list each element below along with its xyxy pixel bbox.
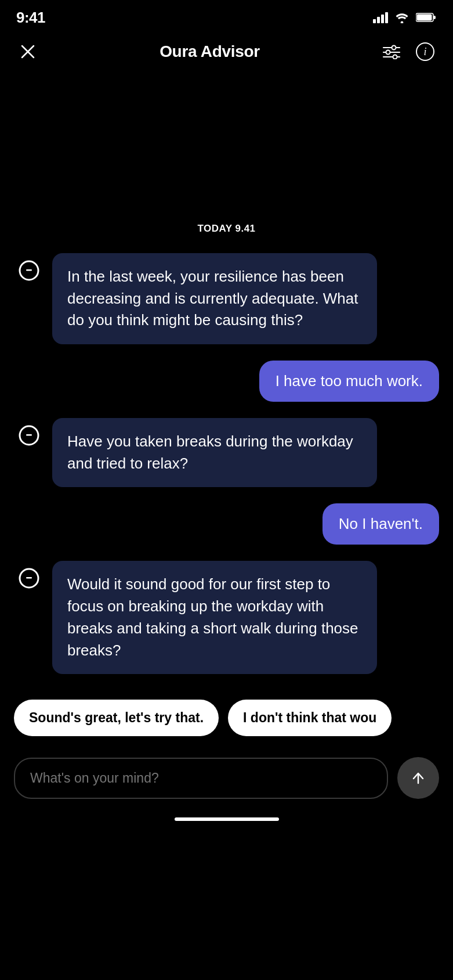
svg-rect-3	[433, 16, 436, 19]
avatar	[14, 563, 44, 593]
bot-message-bubble: Would it sound good for our first step t…	[52, 561, 377, 674]
message-row: I have too much work.	[14, 361, 439, 402]
message-row: No I haven't.	[14, 503, 439, 545]
svg-point-0	[401, 21, 404, 23]
message-row: Would it sound good for our first step t…	[14, 561, 439, 674]
info-button[interactable]: i	[414, 40, 437, 63]
avatar	[14, 255, 44, 286]
status-bar: 9:41	[0, 0, 453, 31]
input-area	[0, 748, 453, 810]
message-row: Have you taken breaks during the workday…	[14, 418, 439, 487]
svg-rect-2	[417, 15, 432, 21]
svg-rect-19	[26, 577, 32, 579]
user-message-bubble: No I haven't.	[322, 503, 439, 545]
wifi-icon	[394, 12, 410, 23]
svg-rect-17	[26, 434, 32, 436]
svg-point-10	[386, 51, 390, 55]
svg-text:i: i	[423, 46, 426, 57]
filter-button[interactable]	[380, 40, 403, 63]
svg-point-9	[392, 46, 396, 50]
svg-point-11	[393, 55, 397, 59]
date-label: TODAY 9.41	[14, 72, 439, 253]
page-title: Oura Advisor	[160, 42, 260, 61]
home-indicator	[0, 810, 453, 833]
suggestions-row: Sound's great, let's try that. I don't t…	[0, 690, 453, 748]
signal-icon	[373, 12, 388, 23]
chat-input[interactable]	[14, 758, 388, 799]
message-row: In the last week, your resilience has be…	[14, 253, 439, 344]
bot-message-bubble: Have you taken breaks during the workday…	[52, 418, 377, 487]
svg-rect-15	[26, 269, 32, 271]
send-button[interactable]	[397, 757, 439, 799]
avatar	[14, 420, 44, 451]
chat-container: TODAY 9.41 In the last week, your resili…	[0, 72, 453, 690]
home-indicator-bar	[175, 817, 279, 821]
bot-message-bubble: In the last week, your resilience has be…	[52, 253, 377, 344]
nav-actions: i	[380, 40, 437, 63]
battery-icon	[416, 12, 437, 23]
status-icons	[373, 12, 437, 23]
user-message-bubble: I have too much work.	[259, 361, 439, 402]
nav-bar: Oura Advisor i	[0, 31, 453, 72]
status-time: 9:41	[16, 9, 45, 27]
close-button[interactable]	[16, 40, 39, 63]
suggestion-chip-2[interactable]: I don't think that wou	[228, 700, 392, 736]
suggestion-chip-1[interactable]: Sound's great, let's try that.	[14, 700, 219, 736]
